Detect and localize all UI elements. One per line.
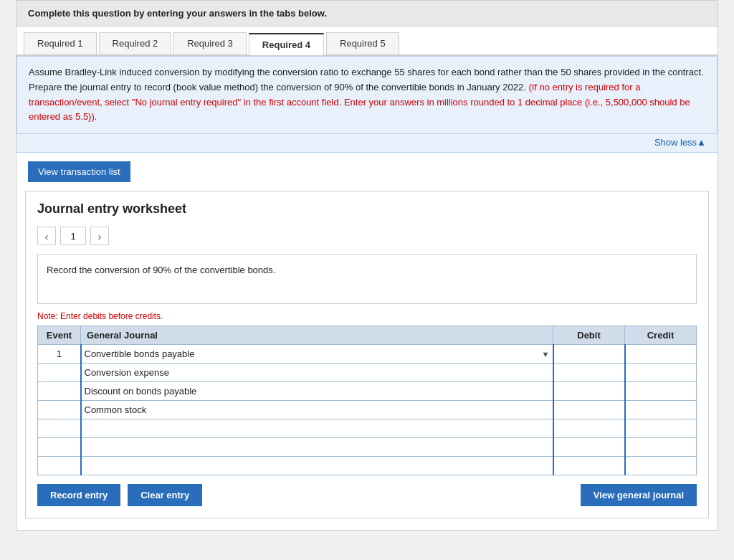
col-header-debit: Debit xyxy=(553,326,625,345)
tab-required-4[interactable]: Required 4 xyxy=(249,33,324,55)
debit-cell[interactable] xyxy=(553,382,625,401)
table-row: 1Convertible bonds payable▼ xyxy=(38,345,697,364)
account-text: Common stock xyxy=(85,404,147,415)
bottom-buttons: Record entry Clear entry View general jo… xyxy=(37,484,697,506)
event-cell xyxy=(38,364,81,382)
table-row: Common stock xyxy=(38,401,697,419)
debit-input[interactable] xyxy=(554,403,624,417)
view-transaction-list-button[interactable]: View transaction list xyxy=(28,161,130,182)
event-cell xyxy=(38,382,81,401)
page-number: 1 xyxy=(60,227,86,245)
info-box: Assume Bradley-Link induced conversion b… xyxy=(16,56,718,134)
debit-cell[interactable] xyxy=(553,419,625,438)
description-box: Record the conversion of 90% of the conv… xyxy=(37,254,697,304)
col-header-general-journal: General Journal xyxy=(81,326,553,345)
tabs-bar: Required 1 Required 2 Required 3 Require… xyxy=(16,27,718,56)
record-entry-button[interactable]: Record entry xyxy=(37,484,120,506)
view-general-journal-button[interactable]: View general journal xyxy=(581,484,697,506)
prev-page-button[interactable]: ‹ xyxy=(37,227,56,245)
note-text: Note: Enter debits before credits. xyxy=(37,311,697,321)
col-header-event: Event xyxy=(38,326,81,345)
account-text: Convertible bonds payable xyxy=(85,348,195,359)
tab-required-2[interactable]: Required 2 xyxy=(99,32,172,54)
event-cell xyxy=(38,419,81,438)
debit-input[interactable] xyxy=(554,422,624,435)
debit-cell[interactable] xyxy=(553,401,625,419)
dropdown-arrow-icon[interactable]: ▼ xyxy=(542,350,550,359)
credit-input[interactable] xyxy=(626,366,697,379)
credit-input[interactable] xyxy=(626,422,697,435)
table-row xyxy=(38,419,697,438)
account-text: Conversion expense xyxy=(85,367,170,378)
debit-input[interactable] xyxy=(554,384,624,398)
debit-cell[interactable] xyxy=(553,345,625,364)
credit-cell[interactable] xyxy=(625,457,697,475)
tab-required-5[interactable]: Required 5 xyxy=(326,32,399,54)
account-cell[interactable]: Convertible bonds payable▼ xyxy=(81,345,553,364)
credit-cell[interactable] xyxy=(625,345,697,364)
credit-cell[interactable] xyxy=(625,438,697,457)
table-row xyxy=(38,438,697,457)
credit-cell[interactable] xyxy=(625,401,697,419)
account-cell[interactable] xyxy=(81,419,553,438)
credit-input[interactable] xyxy=(626,440,697,454)
credit-input[interactable] xyxy=(626,384,697,398)
account-cell[interactable] xyxy=(81,438,553,457)
account-cell[interactable]: Conversion expense xyxy=(81,364,553,382)
table-row xyxy=(38,457,697,475)
table-row: Conversion expense xyxy=(38,364,697,382)
credit-cell[interactable] xyxy=(625,364,697,382)
tab-required-3[interactable]: Required 3 xyxy=(173,32,247,54)
account-cell[interactable]: Discount on bonds payable xyxy=(81,382,553,401)
debit-input[interactable] xyxy=(554,347,624,361)
event-cell: 1 xyxy=(38,345,81,364)
credit-input[interactable] xyxy=(626,459,697,473)
worksheet-container: Journal entry worksheet ‹ 1 › Record the… xyxy=(25,191,709,518)
worksheet-title: Journal entry worksheet xyxy=(37,201,697,217)
debit-input[interactable] xyxy=(554,440,624,454)
account-text: Discount on bonds payable xyxy=(85,386,197,397)
debit-input[interactable] xyxy=(554,366,624,379)
col-header-credit: Credit xyxy=(625,326,697,345)
event-cell xyxy=(38,457,81,475)
clear-entry-button[interactable]: Clear entry xyxy=(128,484,202,506)
credit-input[interactable] xyxy=(626,347,697,361)
credit-cell[interactable] xyxy=(625,382,697,401)
journal-table: Event General Journal Debit Credit 1Conv… xyxy=(37,326,697,475)
credit-cell[interactable] xyxy=(625,419,697,438)
table-row: Discount on bonds payable xyxy=(38,382,697,401)
credit-input[interactable] xyxy=(626,403,697,417)
nav-row: ‹ 1 › xyxy=(37,227,697,245)
tab-required-1[interactable]: Required 1 xyxy=(24,32,97,54)
debit-cell[interactable] xyxy=(553,438,625,457)
instruction-bar: Complete this question by entering your … xyxy=(16,1,718,27)
account-cell[interactable] xyxy=(81,457,553,475)
debit-input[interactable] xyxy=(554,459,624,473)
event-cell xyxy=(38,438,81,457)
show-less-link[interactable]: Show less▲ xyxy=(16,134,718,153)
account-cell[interactable]: Common stock xyxy=(81,401,553,419)
debit-cell[interactable] xyxy=(553,457,625,475)
debit-cell[interactable] xyxy=(553,364,625,382)
event-cell xyxy=(38,401,81,419)
next-page-button[interactable]: › xyxy=(90,227,109,245)
